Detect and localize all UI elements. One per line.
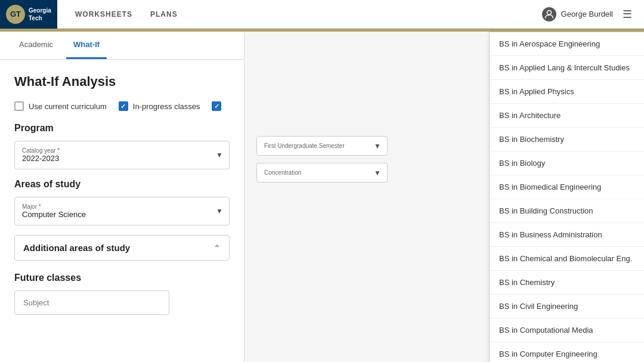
semester-dropdown[interactable]: First Undergraduate Semester ▼ — [256, 136, 388, 156]
checkmark-icon: ✓ — [120, 103, 126, 110]
user-avatar-icon — [542, 7, 556, 21]
checkbox-curriculum-label: Use current curriculum — [29, 102, 107, 111]
dropdown-list-item[interactable]: BS in Building Construction — [490, 199, 644, 223]
semester-label: First Undergraduate Semester — [264, 143, 380, 149]
catalog-year-chevron-icon: ▼ — [216, 151, 223, 159]
panel-body: What-If Analysis Use current curriculum … — [0, 60, 244, 329]
main-content: Academic What-If What-If Analysis Use cu… — [0, 32, 644, 362]
dropdown-list-item[interactable]: BS in Architecture — [490, 104, 644, 128]
checkbox-curriculum-box[interactable] — [14, 101, 24, 111]
checkbox-inprogress-label: In-progress classes — [133, 102, 200, 111]
tab-academic[interactable]: Academic — [12, 32, 60, 59]
nav-worksheets[interactable]: WORKSHEETS — [75, 10, 132, 18]
catalog-year-dropdown[interactable]: Catalog year * 2022-2023 ▼ — [14, 141, 230, 169]
nav-plans[interactable]: PLANS — [150, 10, 178, 18]
checkbox-extra-item[interactable]: ✓ — [212, 101, 221, 111]
nav-links: WORKSHEETS PLANS — [75, 10, 178, 18]
major-chevron-icon: ▼ — [216, 207, 223, 215]
catalog-year-label: Catalog year * — [22, 147, 222, 154]
logo: GT GeorgiaTech — [0, 0, 57, 29]
major-label: Major * — [22, 203, 222, 210]
future-classes-label: Future classes — [14, 273, 230, 283]
nav-right: George Burdell ☰ — [542, 7, 632, 21]
semester-chevron-icon: ▼ — [374, 142, 381, 150]
checkbox-curriculum-item[interactable]: Use current curriculum — [14, 101, 107, 111]
dropdown-list-item[interactable]: BS in Aerospace Engineering — [490, 32, 644, 56]
dropdown-list-item[interactable]: BS in Chemical and Biomolecular Eng. — [490, 247, 644, 271]
major-dropdowns-row: Major * Computer Science ▼ — [14, 197, 230, 225]
panel-title: What-If Analysis — [14, 74, 230, 89]
concentration-chevron-icon: ▼ — [374, 169, 381, 177]
dropdown-list-item[interactable]: BS in Computational Media — [490, 318, 644, 342]
left-panel: Academic What-If What-If Analysis Use cu… — [0, 32, 244, 362]
additional-areas-label: Additional areas of study — [23, 243, 130, 253]
major-value: Computer Science — [22, 210, 222, 219]
catalog-year-value: 2022-2023 — [22, 154, 222, 163]
checkbox-inprogress-item[interactable]: ✓ In-progress classes — [119, 101, 200, 111]
hamburger-menu-icon[interactable]: ☰ — [623, 8, 632, 21]
concentration-label: Concentration — [264, 169, 380, 176]
user-name: George Burdell — [561, 10, 613, 18]
dropdown-list-item[interactable]: BS in Chemistry — [490, 271, 644, 295]
dropdown-list-item[interactable]: BS in Biomedical Engineering — [490, 175, 644, 199]
checkbox-extra-box[interactable]: ✓ — [212, 101, 221, 111]
right-area: First Undergraduate Semester ▼ Concentra… — [244, 32, 644, 362]
logo-name: GeorgiaTech — [29, 7, 51, 22]
program-dropdowns-row: Catalog year * 2022-2023 ▼ — [14, 141, 230, 169]
dropdown-list-item[interactable]: BS in Computer Engineering — [490, 342, 644, 362]
future-classes-section: Future classes — [14, 273, 230, 315]
major-dropdown[interactable]: Major * Computer Science ▼ — [14, 197, 230, 225]
checkbox-inprogress-box[interactable]: ✓ — [119, 101, 128, 111]
checkboxes-row: Use current curriculum ✓ In-progress cla… — [14, 101, 230, 111]
dropdown-list-item[interactable]: BS in Biochemistry — [490, 128, 644, 151]
checkmark-icon2: ✓ — [214, 103, 219, 110]
additional-areas-chevron-icon: ⌃ — [213, 243, 221, 253]
dropdown-list-item[interactable]: BS in Applied Physics — [490, 80, 644, 104]
dropdown-list-item[interactable]: BS in Applied Lang & Intercult Studies — [490, 56, 644, 80]
tab-whatif[interactable]: What-If — [66, 32, 107, 59]
program-section-label: Program — [14, 123, 230, 134]
major-dropdown-overlay: BS in Aerospace EngineeringBS in Applied… — [489, 32, 644, 362]
tab-bar: Academic What-If — [0, 32, 244, 60]
areas-section-label: Areas of study — [14, 179, 230, 190]
additional-areas-header[interactable]: Additional areas of study ⌃ — [14, 235, 230, 261]
user-info: George Burdell — [542, 7, 613, 21]
subject-input[interactable] — [14, 290, 169, 315]
logo-gt: GT — [10, 10, 21, 18]
dropdown-list-item[interactable]: BS in Civil Engineering — [490, 295, 644, 318]
concentration-dropdown[interactable]: Concentration ▼ — [256, 163, 388, 182]
major-dropdown-list: BS in Aerospace EngineeringBS in Applied… — [489, 32, 644, 362]
svg-point-0 — [547, 10, 551, 14]
additional-areas-section: Additional areas of study ⌃ — [14, 235, 230, 261]
top-navigation: GT GeorgiaTech WORKSHEETS PLANS George B… — [0, 0, 644, 29]
dropdown-list-item[interactable]: BS in Business Administration — [490, 223, 644, 247]
dropdown-list-item[interactable]: BS in Biology — [490, 151, 644, 175]
